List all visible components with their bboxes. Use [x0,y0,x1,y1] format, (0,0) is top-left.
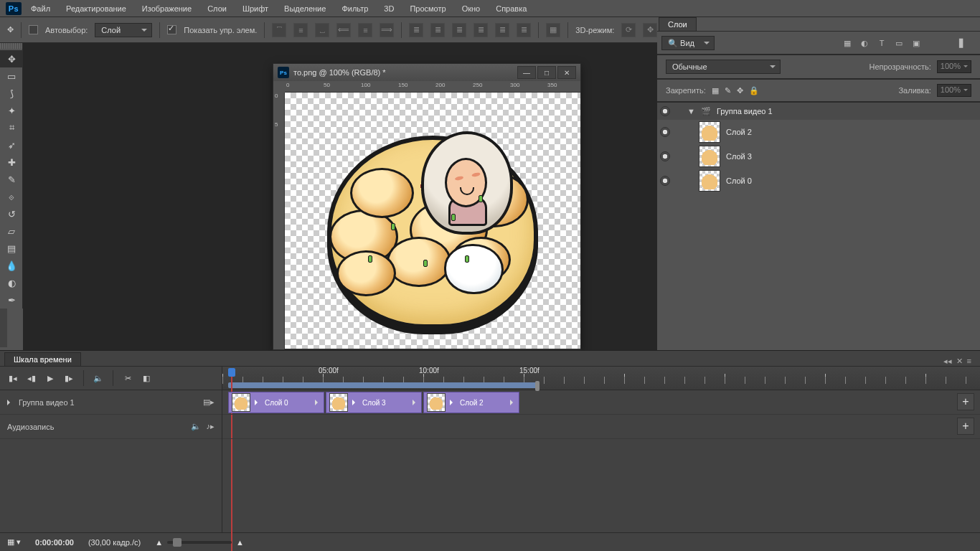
zoom-slider[interactable] [167,541,232,544]
play-button[interactable]: ▶ [43,372,57,385]
menu-select[interactable]: Выделение [278,3,332,14]
timeline-tab[interactable]: Шкала времени [4,352,81,366]
zoom-in-icon[interactable]: ▲ [236,538,244,547]
autoalign-icon[interactable]: ▦ [546,23,560,37]
tool-wand[interactable]: ✦ [0,102,23,119]
timeline-ruler[interactable]: 05:00f 10:00f 15:00f [222,367,980,390]
menu-help[interactable]: Справка [489,3,533,14]
3d-orbit-icon[interactable]: ⟳ [621,23,636,37]
visibility-toggle[interactable] [660,176,670,186]
playhead[interactable] [228,368,235,390]
tool-history-brush[interactable]: ↺ [0,205,23,222]
next-frame-button[interactable]: ▮▸ [62,372,76,385]
distribute-right-icon[interactable]: ≣ [517,23,531,37]
lock-all-icon[interactable]: 🔒 [749,86,759,95]
tool-stamp[interactable]: ⟐ [0,188,23,205]
tool-pen[interactable]: ✒ [0,291,23,309]
work-area-end[interactable] [535,381,540,391]
autoselect-dropdown[interactable]: Слой [95,23,152,37]
tool-eraser[interactable]: ▱ [0,222,23,240]
menu-layers[interactable]: Слои [201,3,233,14]
transition-button[interactable]: ◧ [139,372,154,385]
music-note-icon[interactable]: ♪▸ [207,422,215,431]
panel-close-icon[interactable]: ✕ [956,357,963,366]
speaker-icon[interactable]: 🔈 [191,422,201,431]
split-clip-button[interactable]: ✂ [121,372,135,385]
timeline-clip[interactable]: Слой 0 [228,392,324,413]
chevron-down-icon[interactable]: ▼ [687,107,695,116]
layer-name[interactable]: Слой 3 [726,152,752,161]
add-audio-button[interactable]: + [957,418,974,435]
tool-marquee[interactable]: ▭ [0,67,23,85]
document-titlebar[interactable]: Ps то.png @ 100% (RGB/8) * — □ ✕ [273,64,580,81]
menu-file[interactable]: Файл [24,3,57,14]
layer-thumbnail[interactable] [699,170,720,192]
current-time[interactable]: 0:00:00:00 [35,538,74,547]
3d-pan-icon[interactable]: ✥ [643,23,657,37]
align-top-icon[interactable]: ⎴ [272,23,286,37]
distribute-hcenter-icon[interactable]: ≣ [495,23,509,37]
tool-dodge[interactable]: ◐ [0,274,23,291]
layers-tab[interactable]: Слои [659,17,697,31]
filter-smart-icon[interactable]: ▣ [911,39,921,48]
distribute-top-icon[interactable]: ≣ [409,23,423,37]
opacity-field[interactable]: 100% [937,60,971,73]
render-options-icon[interactable]: ▦ ▾ [7,537,21,547]
mute-button[interactable]: 🔈 [91,372,105,385]
align-hcenter-icon[interactable]: ≡ [358,23,372,37]
layer-filter-dropdown[interactable]: 🔍 Вид [661,36,715,50]
visibility-toggle[interactable] [660,127,670,137]
film-icon[interactable]: ▤▸ [203,397,215,407]
tool-gradient[interactable]: ▤ [0,240,23,257]
layer-row[interactable]: Слой 0 [657,169,980,193]
visibility-toggle[interactable] [660,106,670,116]
layer-thumbnail[interactable] [699,121,720,143]
filter-toggle-icon[interactable]: ▋ [957,39,967,48]
panel-collapse-icon[interactable]: ◂◂ [943,357,952,366]
filter-pixel-icon[interactable]: ▦ [842,39,852,48]
layer-group-row[interactable]: ▼ 🎬 Группа видео 1 [657,103,980,120]
layer-row[interactable]: Слой 3 [657,144,980,169]
lock-move-icon[interactable]: ✥ [737,86,743,95]
video-track-header[interactable]: Группа видео 1 ▤▸ [0,390,222,415]
chevron-right-icon[interactable] [7,400,13,405]
align-vcenter-icon[interactable]: ≡ [293,23,308,37]
menu-window[interactable]: Окно [456,3,487,14]
show-controls-checkbox[interactable] [167,25,176,34]
zoom-out-icon[interactable]: ▲ [155,538,163,547]
filter-shape-icon[interactable]: ▭ [894,39,904,48]
menu-view[interactable]: Просмотр [403,3,452,14]
work-area-bar[interactable] [228,382,537,388]
track-lanes[interactable]: Слой 0 Слой 3 Слой 2 + + [222,390,980,532]
align-right-icon[interactable]: ⟹ [380,23,394,37]
layer-name[interactable]: Слой 0 [726,176,752,185]
distribute-left-icon[interactable]: ≣ [473,23,488,37]
first-frame-button[interactable]: ▮◂ [6,372,20,385]
blend-mode-dropdown[interactable]: Обычные [666,60,781,74]
menu-3d[interactable]: 3D [377,3,400,14]
tool-brush[interactable]: ✎ [0,171,23,188]
ruler-horizontal[interactable]: 0 50 100 150 200 250 300 350 [285,81,580,93]
menu-edit[interactable]: Редактирование [60,3,133,14]
tool-crop[interactable]: ⌗ [0,119,23,136]
timeline-clip[interactable]: Слой 3 [326,392,422,413]
filter-adjust-icon[interactable]: ◐ [859,39,870,48]
tool-lasso[interactable]: ⟆ [0,85,23,102]
layer-group-name[interactable]: Группа видео 1 [717,107,773,116]
layer-name[interactable]: Слой 2 [726,128,752,136]
tool-blur[interactable]: 💧 [0,257,23,274]
toolbox-grip[interactable] [0,43,22,49]
canvas[interactable] [285,93,580,349]
tool-heal[interactable]: ✚ [0,154,23,171]
doc-maximize-button[interactable]: □ [537,66,556,79]
add-media-button[interactable]: + [957,393,974,410]
menu-type[interactable]: Шрифт [236,3,275,14]
lock-brush-icon[interactable]: ✎ [725,86,731,95]
filter-type-icon[interactable]: T [877,39,887,48]
lock-pixels-icon[interactable]: ▦ [712,86,719,95]
distribute-vcenter-icon[interactable]: ≣ [430,23,445,37]
timeline-clip[interactable]: Слой 2 [423,392,519,413]
doc-close-button[interactable]: ✕ [557,66,576,79]
ruler-vertical[interactable]: 0 5 [273,93,285,349]
audio-track-header[interactable]: Аудиозапись 🔈♪▸ [0,415,222,439]
